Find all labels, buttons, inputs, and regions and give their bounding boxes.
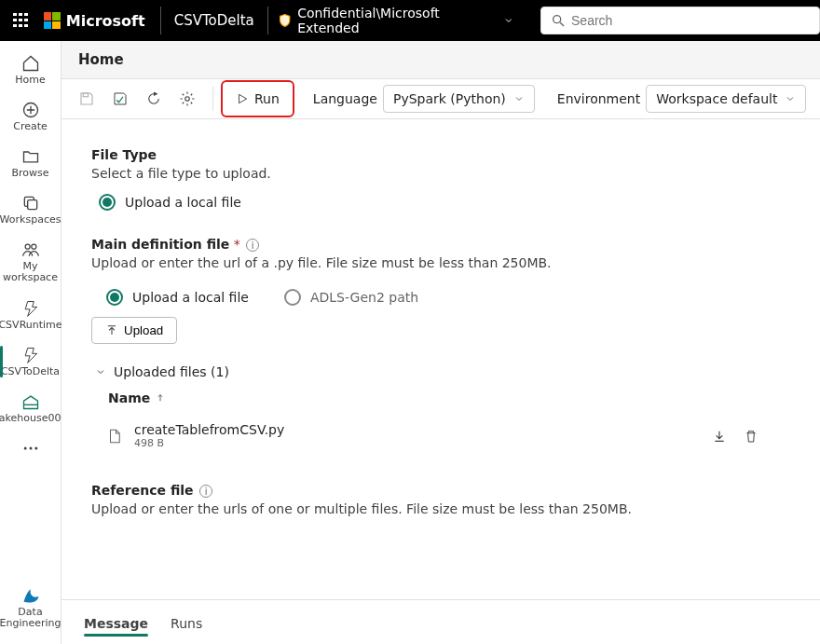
rail-my-workspace[interactable]: My workspace — [3, 235, 59, 289]
rail-persona[interactable]: Data Engineering — [3, 581, 59, 635]
delete-icon[interactable] — [744, 429, 758, 444]
spark-icon — [21, 299, 40, 318]
chevron-down-icon — [95, 366, 106, 377]
chevron-down-icon — [785, 93, 796, 104]
upload-button[interactable]: Upload — [91, 317, 177, 344]
language-label: Language — [313, 91, 377, 106]
file-name: createTablefromCSV.py — [134, 422, 284, 437]
save-button[interactable] — [73, 85, 101, 113]
file-row[interactable]: createTablefromCSV.py 498 B — [91, 415, 805, 457]
shield-icon — [278, 13, 292, 28]
svg-rect-3 — [27, 200, 36, 210]
tab-message[interactable]: Message — [84, 607, 148, 644]
search-icon — [551, 13, 566, 28]
download-icon[interactable] — [712, 429, 727, 444]
stack-icon — [21, 194, 40, 212]
svg-point-7 — [29, 446, 32, 449]
svg-rect-9 — [83, 93, 88, 97]
rail-workspaces[interactable]: Workspaces — [3, 188, 59, 231]
play-icon — [236, 92, 249, 105]
classification-dropdown[interactable]: Confidential\Microsoft Extended — [268, 6, 524, 35]
maindef-radio-adls[interactable]: ADLS-Gen2 path — [284, 289, 418, 306]
filetype-title: File Type — [91, 147, 805, 162]
required-marker: * — [234, 237, 240, 252]
chevron-down-icon — [513, 93, 525, 104]
radio-icon — [284, 289, 301, 306]
upload-icon — [105, 324, 118, 337]
file-icon — [106, 428, 123, 445]
brand-name: Microsoft — [66, 12, 145, 30]
sort-asc-icon — [156, 393, 165, 403]
lakehouse-icon — [21, 392, 40, 411]
filetype-radio-local[interactable]: Upload a local file — [99, 194, 805, 211]
reffile-subtitle: Upload or enter the urls of one or multi… — [91, 501, 805, 516]
rail-csvruntime[interactable]: CSVRuntime — [3, 294, 59, 336]
save-check-icon — [112, 90, 129, 107]
environment-select[interactable]: Workspace default — [646, 85, 806, 113]
refresh-icon — [145, 90, 162, 107]
maindef-subtitle: Upload or enter the url of a .py file. F… — [91, 255, 805, 270]
svg-point-5 — [31, 245, 35, 250]
rail-create[interactable]: Create — [3, 95, 59, 138]
rail-lakehouse[interactable]: Lakehouse001 — [3, 387, 59, 430]
save-variant-button[interactable] — [106, 85, 134, 113]
microsoft-logo[interactable]: Microsoft — [36, 12, 160, 30]
home-icon — [21, 54, 40, 73]
svg-point-8 — [34, 446, 37, 449]
info-icon[interactable]: i — [246, 239, 259, 252]
rail-home[interactable]: Home — [3, 48, 59, 91]
ellipsis-icon — [21, 439, 40, 458]
classification-label: Confidential\Microsoft Extended — [297, 6, 498, 35]
info-icon[interactable]: i — [199, 485, 212, 498]
maindef-radio-local[interactable]: Upload a local file — [106, 289, 249, 306]
folder-icon — [21, 147, 40, 166]
people-icon — [21, 240, 40, 259]
breadcrumb[interactable]: Home — [62, 41, 820, 78]
filetype-subtitle: Select a file type to upload. — [91, 166, 805, 181]
save-icon — [78, 90, 95, 107]
reffile-title: Reference file — [91, 483, 194, 498]
svg-point-6 — [23, 446, 26, 449]
chevron-down-icon — [503, 15, 514, 26]
run-button[interactable]: Run — [225, 84, 291, 114]
svg-point-4 — [25, 245, 30, 250]
rail-browse[interactable]: Browse — [3, 142, 59, 185]
settings-button[interactable] — [173, 85, 201, 113]
tab-runs[interactable]: Runs — [171, 607, 202, 644]
radio-icon — [106, 289, 123, 306]
app-launcher-icon[interactable] — [6, 13, 36, 28]
rail-csvtodelta[interactable]: CSVToDelta — [3, 340, 59, 383]
plus-circle-icon — [21, 101, 40, 119]
svg-point-0 — [554, 16, 561, 23]
spark-icon — [21, 346, 40, 364]
name-column[interactable]: Name — [108, 391, 150, 405]
environment-label: Environment — [557, 91, 640, 106]
gear-icon — [179, 90, 196, 107]
refresh-button[interactable] — [140, 85, 168, 113]
svg-point-10 — [185, 97, 190, 102]
data-engineering-icon — [21, 586, 40, 605]
language-select[interactable]: PySpark (Python) — [383, 85, 535, 113]
uploaded-files-toggle[interactable]: Uploaded files (1) — [95, 364, 805, 379]
file-size: 498 B — [134, 437, 284, 449]
app-name[interactable]: CSVToDelta — [161, 12, 267, 29]
maindef-title: Main definition file — [91, 237, 229, 252]
rail-more[interactable] — [3, 433, 59, 463]
search-input[interactable] — [540, 7, 820, 34]
radio-icon — [99, 194, 116, 211]
